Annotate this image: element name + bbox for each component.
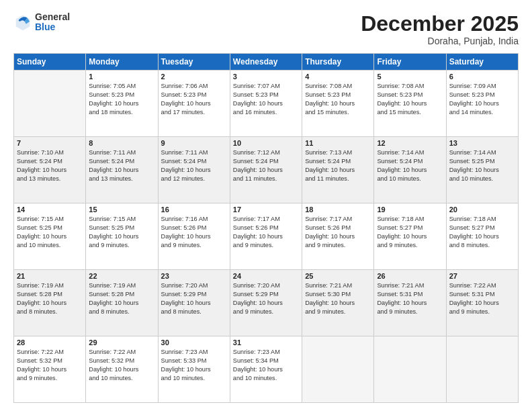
day-number: 31 [233,338,299,347]
day-number: 9 [161,139,227,147]
day-number: 16 [161,205,227,214]
day-header-sunday: Sunday [14,54,86,71]
calendar-cell: 6Sunrise: 7:09 AM Sunset: 5:23 PM Daylig… [446,71,518,137]
logo-text: General Blue [35,12,70,33]
day-number: 27 [449,272,515,280]
calendar-cell [302,336,374,403]
calendar-cell [14,71,86,137]
calendar-cell: 26Sunrise: 7:21 AM Sunset: 5:31 PM Dayli… [374,270,446,336]
day-number: 14 [17,205,83,214]
logo: General Blue [13,12,70,33]
calendar-week-row: 7Sunrise: 7:10 AM Sunset: 5:24 PM Daylig… [14,137,519,203]
calendar-cell: 10Sunrise: 7:12 AM Sunset: 5:24 PM Dayli… [230,137,302,203]
calendar-cell: 15Sunrise: 7:15 AM Sunset: 5:25 PM Dayli… [86,203,158,270]
calendar-header-row: SundayMondayTuesdayWednesdayThursdayFrid… [14,54,519,71]
calendar-cell: 29Sunrise: 7:22 AM Sunset: 5:32 PM Dayli… [86,336,158,403]
calendar-cell: 8Sunrise: 7:11 AM Sunset: 5:24 PM Daylig… [86,137,158,203]
calendar-cell: 31Sunrise: 7:23 AM Sunset: 5:34 PM Dayli… [230,336,302,403]
day-info: Sunrise: 7:17 AM Sunset: 5:26 PM Dayligh… [305,215,371,250]
day-info: Sunrise: 7:18 AM Sunset: 5:27 PM Dayligh… [377,215,443,250]
day-info: Sunrise: 7:12 AM Sunset: 5:24 PM Dayligh… [233,148,299,183]
day-info: Sunrise: 7:15 AM Sunset: 5:25 PM Dayligh… [17,215,83,250]
calendar-cell [446,336,518,403]
calendar-cell: 13Sunrise: 7:14 AM Sunset: 5:25 PM Dayli… [446,137,518,203]
day-number: 5 [377,73,443,81]
day-header-wednesday: Wednesday [230,54,302,71]
calendar-cell: 19Sunrise: 7:18 AM Sunset: 5:27 PM Dayli… [374,203,446,270]
calendar-cell: 7Sunrise: 7:10 AM Sunset: 5:24 PM Daylig… [14,137,86,203]
day-number: 6 [449,73,515,81]
day-info: Sunrise: 7:05 AM Sunset: 5:23 PM Dayligh… [89,82,154,117]
day-info: Sunrise: 7:21 AM Sunset: 5:31 PM Dayligh… [377,281,443,316]
header: General Blue December 2025 Doraha, Punja… [13,12,519,46]
calendar-cell: 24Sunrise: 7:20 AM Sunset: 5:29 PM Dayli… [230,270,302,336]
calendar-cell: 18Sunrise: 7:17 AM Sunset: 5:26 PM Dayli… [302,203,374,270]
calendar-week-row: 28Sunrise: 7:22 AM Sunset: 5:32 PM Dayli… [14,336,519,403]
day-number: 2 [161,73,227,81]
calendar-cell: 2Sunrise: 7:06 AM Sunset: 5:23 PM Daylig… [158,71,230,137]
calendar-cell: 14Sunrise: 7:15 AM Sunset: 5:25 PM Dayli… [14,203,86,270]
day-info: Sunrise: 7:13 AM Sunset: 5:24 PM Dayligh… [305,148,371,183]
location: Doraha, Punjab, India [361,36,519,46]
calendar-cell: 22Sunrise: 7:19 AM Sunset: 5:28 PM Dayli… [86,270,158,336]
day-number: 1 [89,73,154,81]
day-info: Sunrise: 7:14 AM Sunset: 5:25 PM Dayligh… [449,148,515,183]
calendar-cell: 4Sunrise: 7:08 AM Sunset: 5:23 PM Daylig… [302,71,374,137]
day-info: Sunrise: 7:22 AM Sunset: 5:32 PM Dayligh… [17,348,83,383]
calendar-cell: 9Sunrise: 7:11 AM Sunset: 5:24 PM Daylig… [158,137,230,203]
day-number: 10 [233,139,299,147]
day-info: Sunrise: 7:09 AM Sunset: 5:23 PM Dayligh… [449,82,515,117]
day-info: Sunrise: 7:22 AM Sunset: 5:31 PM Dayligh… [449,281,515,316]
title-block: December 2025 Doraha, Punjab, India [361,12,519,46]
day-header-tuesday: Tuesday [158,54,230,71]
calendar-cell: 11Sunrise: 7:13 AM Sunset: 5:24 PM Dayli… [302,137,374,203]
calendar-cell: 20Sunrise: 7:18 AM Sunset: 5:27 PM Dayli… [446,203,518,270]
day-info: Sunrise: 7:15 AM Sunset: 5:25 PM Dayligh… [89,215,154,250]
page: General Blue December 2025 Doraha, Punja… [0,0,532,411]
day-info: Sunrise: 7:14 AM Sunset: 5:24 PM Dayligh… [377,148,443,183]
day-number: 23 [161,272,227,280]
day-info: Sunrise: 7:21 AM Sunset: 5:30 PM Dayligh… [305,281,371,316]
day-number: 25 [305,272,371,280]
calendar-cell: 17Sunrise: 7:17 AM Sunset: 5:26 PM Dayli… [230,203,302,270]
day-info: Sunrise: 7:20 AM Sunset: 5:29 PM Dayligh… [233,281,299,316]
day-header-thursday: Thursday [302,54,374,71]
day-info: Sunrise: 7:23 AM Sunset: 5:34 PM Dayligh… [233,348,299,383]
day-info: Sunrise: 7:17 AM Sunset: 5:26 PM Dayligh… [233,215,299,250]
calendar-cell: 5Sunrise: 7:08 AM Sunset: 5:23 PM Daylig… [374,71,446,137]
day-number: 24 [233,272,299,280]
day-number: 22 [89,272,154,280]
day-number: 3 [233,73,299,81]
day-number: 8 [89,139,154,147]
day-number: 13 [449,139,515,147]
day-info: Sunrise: 7:16 AM Sunset: 5:26 PM Dayligh… [161,215,227,250]
logo-icon [13,13,32,32]
month-title: December 2025 [361,12,519,36]
day-number: 12 [377,139,443,147]
day-info: Sunrise: 7:11 AM Sunset: 5:24 PM Dayligh… [89,148,154,183]
calendar-cell: 23Sunrise: 7:20 AM Sunset: 5:29 PM Dayli… [158,270,230,336]
day-info: Sunrise: 7:07 AM Sunset: 5:23 PM Dayligh… [233,82,299,117]
calendar-table: SundayMondayTuesdayWednesdayThursdayFrid… [13,53,519,403]
calendar-week-row: 1Sunrise: 7:05 AM Sunset: 5:23 PM Daylig… [14,71,519,137]
day-number: 21 [17,272,83,280]
calendar-cell: 28Sunrise: 7:22 AM Sunset: 5:32 PM Dayli… [14,336,86,403]
day-number: 17 [233,205,299,214]
logo-general-text: General [35,12,70,22]
day-info: Sunrise: 7:10 AM Sunset: 5:24 PM Dayligh… [17,148,83,183]
calendar-cell: 25Sunrise: 7:21 AM Sunset: 5:30 PM Dayli… [302,270,374,336]
calendar-cell [374,336,446,403]
day-number: 26 [377,272,443,280]
day-info: Sunrise: 7:18 AM Sunset: 5:27 PM Dayligh… [449,215,515,250]
logo-blue-text: Blue [35,22,70,32]
day-header-saturday: Saturday [446,54,518,71]
day-info: Sunrise: 7:08 AM Sunset: 5:23 PM Dayligh… [377,82,443,117]
day-info: Sunrise: 7:20 AM Sunset: 5:29 PM Dayligh… [161,281,227,316]
calendar-cell: 21Sunrise: 7:19 AM Sunset: 5:28 PM Dayli… [14,270,86,336]
day-header-monday: Monday [86,54,158,71]
day-info: Sunrise: 7:19 AM Sunset: 5:28 PM Dayligh… [89,281,154,316]
day-info: Sunrise: 7:08 AM Sunset: 5:23 PM Dayligh… [305,82,371,117]
day-number: 19 [377,205,443,214]
day-number: 28 [17,338,83,347]
calendar-cell: 3Sunrise: 7:07 AM Sunset: 5:23 PM Daylig… [230,71,302,137]
